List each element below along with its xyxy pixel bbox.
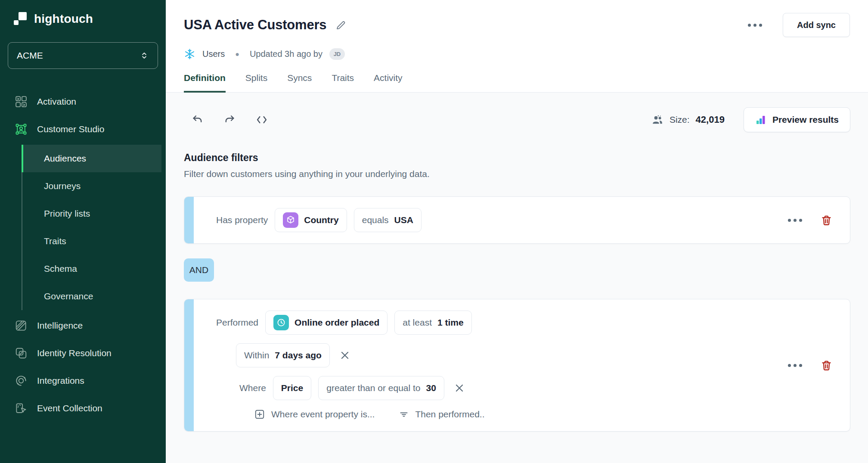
- event-collection-icon: [15, 402, 28, 415]
- audience-filters-heading: Audience filters: [184, 152, 850, 164]
- sidebar-item-label: Event Collection: [37, 403, 102, 413]
- remove-where-filter-button[interactable]: [454, 382, 465, 394]
- then-performed-button[interactable]: Then performed..: [399, 409, 484, 419]
- dot-separator: ●: [235, 50, 239, 58]
- add-event-property-button[interactable]: Where event property is...: [254, 409, 375, 420]
- sidebar-item-label: Intelligence: [37, 320, 83, 331]
- edit-title-button[interactable]: [335, 19, 347, 31]
- redo-button[interactable]: [223, 114, 236, 126]
- trash-icon: [820, 214, 833, 227]
- tabs: Definition Splits Syncs Traits Activity: [166, 73, 868, 93]
- plus-square-icon: [254, 409, 265, 420]
- window-value: 7 days ago: [275, 350, 322, 360]
- avatar[interactable]: JD: [329, 48, 345, 60]
- delete-condition-button[interactable]: [820, 359, 833, 372]
- audience-filters-subheading: Filter down customers using anything in …: [184, 169, 850, 179]
- remove-time-window-button[interactable]: [339, 350, 350, 361]
- sidebar-item-intelligence[interactable]: Intelligence: [0, 312, 166, 339]
- definition-panel: Size: 42,019 Preview results Audience fi…: [166, 93, 868, 463]
- add-event-property-label: Where event property is...: [271, 409, 375, 419]
- more-options-button[interactable]: [745, 21, 765, 29]
- workspace-selector[interactable]: ACME: [8, 42, 158, 69]
- code-icon: [255, 114, 268, 126]
- sidebar-item-integrations[interactable]: Integrations: [0, 367, 166, 395]
- sidebar-item-governance[interactable]: Governance: [22, 283, 161, 310]
- code-view-button[interactable]: [255, 114, 268, 126]
- workspace-name: ACME: [17, 50, 43, 61]
- hightouch-logo-text: hightouch: [34, 12, 93, 26]
- sidebar-item-label: Identity Resolution: [37, 348, 112, 358]
- sidebar-item-activation[interactable]: Activation: [0, 88, 166, 115]
- event-name: Online order placed: [294, 317, 379, 328]
- sidebar-item-journeys[interactable]: Journeys: [22, 172, 161, 200]
- tab-definition[interactable]: Definition: [184, 73, 226, 93]
- main-content: USA Active Customers Add sync Users ● Up…: [166, 0, 868, 463]
- tab-splits[interactable]: Splits: [245, 73, 267, 93]
- condition-prefix: Has property: [216, 215, 268, 225]
- audience-size: Size: 42,019 Preview results: [651, 107, 850, 132]
- condition-more-options-button[interactable]: [785, 361, 805, 370]
- where-label: Where: [239, 383, 266, 393]
- undo-icon: [192, 114, 204, 126]
- size-label: Size:: [670, 115, 690, 125]
- sidebar-item-label: Activation: [37, 96, 76, 107]
- event-property-value: 30: [426, 383, 436, 393]
- condition-more-options-button[interactable]: [785, 216, 805, 224]
- meta-row: Users ● Updated 3h ago by JD: [184, 48, 850, 60]
- activation-icon: [15, 95, 28, 108]
- sidebar-item-label: Journeys: [44, 181, 81, 191]
- chevron-up-down-icon: [140, 51, 149, 60]
- condition-prefix: Performed: [216, 317, 258, 328]
- sidebar-item-label: Integrations: [37, 376, 84, 386]
- toolbar: Size: 42,019 Preview results: [184, 107, 850, 132]
- operator-value-chip[interactable]: equals USA: [354, 208, 422, 232]
- time-window-chip[interactable]: Within 7 days ago: [236, 343, 330, 367]
- sidebar-item-event-collection[interactable]: Event Collection: [0, 395, 166, 422]
- bar-chart-icon: [755, 114, 766, 125]
- sidebar-item-label: Schema: [44, 264, 77, 274]
- delete-condition-button[interactable]: [820, 214, 833, 227]
- page-title: USA Active Customers: [184, 17, 326, 33]
- frequency-chip[interactable]: at least 1 time: [394, 311, 471, 335]
- event-property-chip[interactable]: Price: [273, 376, 311, 400]
- hightouch-logo-icon: [13, 12, 28, 26]
- preview-results-button[interactable]: Preview results: [744, 107, 850, 132]
- customer-studio-icon: [15, 123, 28, 136]
- redo-icon: [223, 114, 236, 126]
- condition-accent-bar: [184, 197, 194, 243]
- filter-condition-event: Performed Online order placed at least 1…: [184, 299, 850, 432]
- pencil-icon: [335, 19, 347, 31]
- add-sync-button[interactable]: Add sync: [783, 13, 850, 37]
- and-connector-chip[interactable]: AND: [184, 258, 214, 282]
- sidebar-item-traits[interactable]: Traits: [22, 227, 161, 255]
- sidebar-item-customer-studio[interactable]: Customer Studio: [0, 115, 166, 143]
- operator-label: equals: [362, 215, 389, 225]
- tab-traits[interactable]: Traits: [332, 73, 354, 93]
- tab-activity[interactable]: Activity: [374, 73, 403, 93]
- tab-syncs[interactable]: Syncs: [287, 73, 312, 93]
- identity-resolution-icon: [15, 347, 28, 360]
- users-icon: [651, 114, 663, 126]
- event-chip[interactable]: Online order placed: [265, 311, 388, 335]
- sidebar-item-schema[interactable]: Schema: [22, 255, 161, 283]
- trash-icon: [820, 359, 833, 372]
- page-header: USA Active Customers Add sync Users ● Up…: [166, 0, 868, 93]
- integrations-icon: [15, 374, 28, 387]
- intelligence-icon: [15, 319, 28, 332]
- sidebar-item-label: Customer Studio: [37, 124, 104, 134]
- undo-button[interactable]: [192, 114, 204, 126]
- close-icon: [339, 350, 350, 361]
- sidebar-item-label: Audiences: [44, 153, 86, 164]
- filter-condition-property: Has property Country equals USA: [184, 196, 850, 244]
- frequency-value: 1 time: [437, 317, 464, 328]
- sidebar-item-priority-lists[interactable]: Priority lists: [22, 200, 161, 227]
- sidebar-item-identity-resolution[interactable]: Identity Resolution: [0, 339, 166, 367]
- event-property-operator-chip[interactable]: greater than or equal to 30: [318, 376, 444, 400]
- customer-studio-subnav: Audiences Journeys Priority lists Traits…: [22, 145, 161, 310]
- sidebar-nav: Activation Customer Studio Audiences Jou…: [0, 88, 166, 422]
- close-icon: [454, 382, 465, 394]
- parent-model-link[interactable]: Users: [202, 49, 225, 59]
- property-name: Country: [304, 215, 339, 225]
- sidebar-item-audiences[interactable]: Audiences: [22, 145, 161, 172]
- property-chip[interactable]: Country: [275, 208, 347, 232]
